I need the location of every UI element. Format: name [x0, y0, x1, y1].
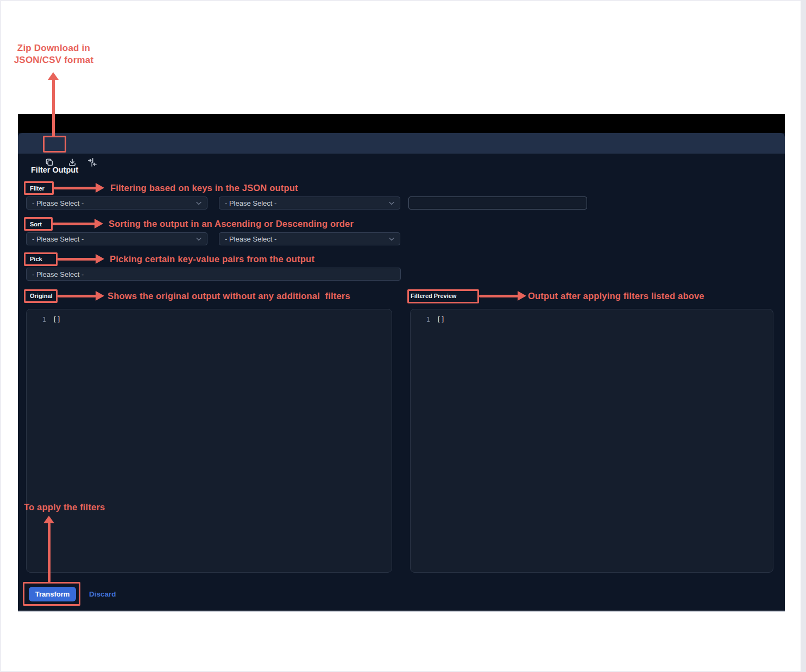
annotation-zip-download: Zip Download in JSON/CSV format: [10, 42, 97, 66]
annotation-arrow-line: [54, 187, 96, 189]
annotation-original-note: Shows the original output without any ad…: [108, 291, 350, 301]
annotation-box-download: [43, 136, 66, 153]
filter-key-select[interactable]: - Please Select -: [26, 196, 207, 210]
window-top-bar: [18, 114, 785, 133]
annotation-arrow-line: [58, 258, 96, 261]
arrow-right-icon: [96, 183, 104, 193]
arrow-up-icon: [43, 516, 54, 523]
original-code-editor[interactable]: 1 []: [26, 309, 392, 573]
arrow-right-icon: [96, 254, 104, 264]
chevron-down-icon: [196, 237, 202, 241]
annotation-arrow-line: [52, 79, 55, 137]
filter-condition-select[interactable]: - Please Select -: [219, 196, 400, 210]
annotation-box-original: [24, 289, 58, 303]
code-line: 1 []: [411, 309, 773, 324]
arrow-right-icon: [96, 291, 104, 301]
filter-key-select-value: - Please Select -: [32, 199, 84, 207]
chevron-down-icon: [196, 201, 202, 205]
line-number: 1: [411, 315, 430, 324]
annotation-filtered-preview-note: Output after applying filters listed abo…: [528, 291, 704, 301]
annotation-arrow-line: [58, 295, 96, 297]
arrow-up-icon: [48, 72, 59, 80]
sort-key-select[interactable]: - Please Select -: [26, 232, 207, 245]
annotation-box-transform: [23, 582, 80, 606]
annotation-filter-note: Filtering based on keys in the JSON outp…: [110, 183, 298, 193]
code-text: []: [437, 315, 445, 324]
sort-order-select-value: - Please Select -: [225, 235, 276, 243]
annotation-box-filter: [24, 181, 54, 195]
filtered-preview-code-editor[interactable]: 1 []: [410, 309, 773, 573]
pick-select[interactable]: - Please Select -: [26, 268, 401, 281]
code-text: []: [53, 315, 61, 324]
annotation-sort-note: Sorting the output in an Ascending or De…: [109, 219, 354, 229]
scrollbar[interactable]: [801, 0, 806, 672]
filter-value-input[interactable]: [408, 196, 587, 210]
page-title: Filter Output: [31, 166, 78, 174]
pick-select-value: - Please Select -: [32, 270, 84, 278]
annotation-arrow-line: [479, 295, 518, 297]
arrow-right-icon: [518, 291, 526, 301]
annotation-pick-note: Picking certain key-value pairs from the…: [110, 254, 314, 264]
screenshot-root: Filter Output Filter - Please Select - -…: [0, 0, 806, 672]
collapse-icon[interactable]: [85, 155, 99, 169]
sort-key-select-value: - Please Select -: [32, 235, 84, 243]
annotation-apply-note: To apply the filters: [24, 502, 105, 512]
chevron-down-icon: [389, 237, 394, 241]
filter-condition-select-value: - Please Select -: [225, 199, 276, 207]
panel-toolbar: [18, 133, 785, 154]
discard-link[interactable]: Discard: [89, 590, 116, 598]
sort-order-select[interactable]: - Please Select -: [219, 232, 400, 245]
annotation-box-pick: [24, 252, 58, 266]
arrow-right-icon: [95, 219, 103, 229]
annotation-arrow-line: [53, 223, 95, 225]
annotation-box-filtered-preview: [407, 289, 479, 303]
annotation-arrow-line: [48, 523, 51, 582]
chevron-down-icon: [389, 201, 394, 205]
annotation-box-sort: [24, 217, 53, 231]
line-number: 1: [27, 315, 46, 324]
code-line: 1 []: [27, 309, 392, 324]
